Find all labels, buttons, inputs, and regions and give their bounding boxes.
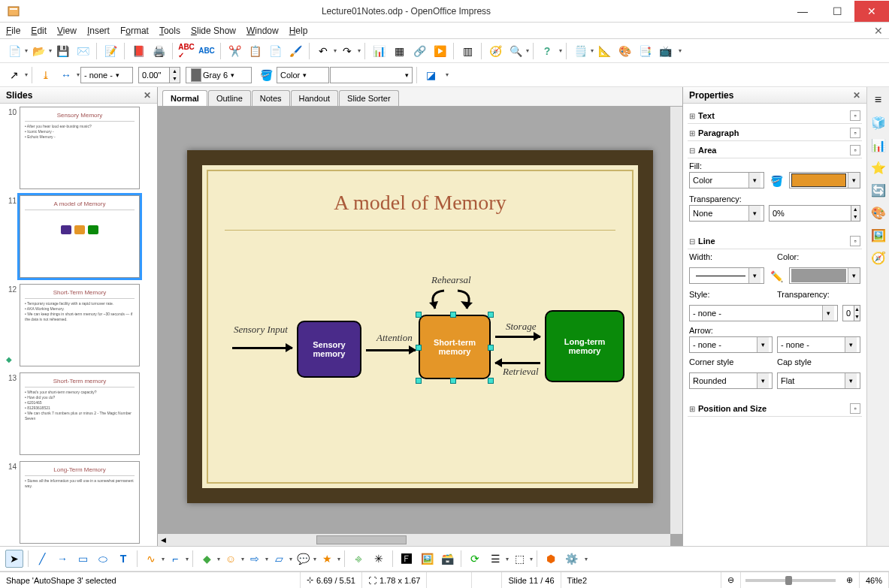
custom-animation-icon[interactable]: ⭐ xyxy=(870,159,887,176)
zoom-value[interactable]: 46% xyxy=(860,572,889,588)
points-tool[interactable]: ⎆ xyxy=(349,550,367,568)
slide-title[interactable]: A model of Memory xyxy=(225,191,615,231)
zoom-out-button[interactable]: ⊖ xyxy=(721,572,741,588)
section-position-size[interactable]: ⊞ Position and Size ▫ xyxy=(688,401,862,417)
section-options-icon[interactable]: ▫ xyxy=(850,236,860,246)
section-text[interactable]: ⊞ Text ▫ xyxy=(688,108,862,124)
view-tab-outline[interactable]: Outline xyxy=(208,90,251,106)
dropdown-icon[interactable]: ▾ xyxy=(25,47,28,54)
menu-format[interactable]: Format xyxy=(120,26,149,36)
view-tab-notes[interactable]: Notes xyxy=(252,90,290,106)
slide-thumbnail[interactable]: A model of Memory xyxy=(20,195,140,278)
zoom-slider[interactable] xyxy=(745,579,836,582)
insert-slide-button[interactable]: 🗒️ xyxy=(571,42,589,60)
menu-edit[interactable]: Edit xyxy=(31,26,47,36)
arrow-start-select[interactable]: - none -▾ xyxy=(689,336,773,353)
fill-bucket-button[interactable]: 🪣 xyxy=(257,66,275,84)
copy-button[interactable]: 📋 xyxy=(246,42,264,60)
selection-handle[interactable] xyxy=(450,312,456,318)
stars-tool[interactable]: ★ xyxy=(318,550,336,568)
menu-tools[interactable]: Tools xyxy=(159,26,180,36)
expand-slide-button[interactable]: 📺 xyxy=(656,42,674,60)
dropdown-icon[interactable]: ▾ xyxy=(526,47,529,54)
line-width-input[interactable] xyxy=(139,71,169,80)
export-pdf-button[interactable]: 📕 xyxy=(129,42,147,60)
selection-handle[interactable] xyxy=(488,345,494,351)
slide-thumb-row[interactable]: 13Short-Term memory• What's your short-t… xyxy=(5,372,153,455)
view-tab-handout[interactable]: Handout xyxy=(291,90,339,106)
zoom-button[interactable]: 🔍 xyxy=(506,42,525,60)
toolbar-more-icon[interactable]: ▾ xyxy=(585,556,588,562)
pencil-icon[interactable]: ✏️ xyxy=(770,267,784,285)
line-style-select[interactable]: - none -▾ xyxy=(80,67,133,83)
section-options-icon[interactable]: ▫ xyxy=(850,110,860,121)
fill-bucket-icon[interactable]: 🪣 xyxy=(770,172,784,190)
section-options-icon[interactable]: ▫ xyxy=(850,403,860,414)
symbol-shapes-tool[interactable]: ☺ xyxy=(222,550,240,568)
menu-slideshow[interactable]: Slide Show xyxy=(191,26,236,36)
vertical-scrollbar[interactable] xyxy=(670,107,682,534)
line-endpoint-button[interactable]: ⤓ xyxy=(37,66,55,84)
grid-button[interactable]: ▥ xyxy=(458,42,476,60)
save-button[interactable]: 💾 xyxy=(53,42,71,60)
slide-layout-button[interactable]: 📐 xyxy=(595,42,613,60)
zoom-in-button[interactable]: ⊕ xyxy=(840,572,860,588)
open-button[interactable]: 📂 xyxy=(29,42,47,60)
slide-thumbnail[interactable]: Long-Term Memory• Stores all the informa… xyxy=(20,461,140,544)
slide-canvas[interactable]: A model of Memory Sensory Input Sensory … xyxy=(187,150,653,503)
dropdown-icon[interactable]: ▾ xyxy=(358,47,361,54)
slide-thumb-row[interactable]: 11A model of Memory xyxy=(5,195,153,278)
help-button[interactable]: ? xyxy=(538,42,556,60)
styles-icon[interactable]: 🎨 xyxy=(870,204,887,221)
arrow-retrieval[interactable] xyxy=(495,362,540,364)
shadow-button[interactable]: ◪ xyxy=(422,66,440,84)
line-width-select[interactable]: ▾ xyxy=(689,267,764,284)
close-button[interactable]: ✕ xyxy=(854,1,889,22)
arrow-storage[interactable] xyxy=(495,336,540,338)
slide-thumb-row[interactable]: 14Long-Term Memory• Stores all the infor… xyxy=(5,461,153,544)
arrow-style-button[interactable]: ↗ xyxy=(5,66,23,84)
line-width-spinner[interactable]: ▲▼ xyxy=(138,67,180,83)
box-long-term-memory[interactable]: Long-term memory xyxy=(545,310,624,382)
slide-thumb-row[interactable]: ◆12Short-Term Memory• Temporary storage … xyxy=(5,284,153,366)
glue-points-tool[interactable]: ✳ xyxy=(370,550,388,568)
gallery-icon[interactable]: 🖼️ xyxy=(870,227,887,243)
duplicate-slide-button[interactable]: 📑 xyxy=(636,42,654,60)
canvas-area[interactable]: A model of Memory Sensory Input Sensory … xyxy=(158,107,682,546)
gallery-tool[interactable]: 🗃️ xyxy=(438,550,456,568)
callouts-tool[interactable]: 💬 xyxy=(294,550,312,568)
text-tool[interactable]: T xyxy=(114,550,132,568)
close-icon[interactable]: ✕ xyxy=(144,90,151,101)
slides-list[interactable]: 10Sensory Memory• After you hear loud ea… xyxy=(0,104,157,546)
spinner-up-icon[interactable]: ▲ xyxy=(169,68,180,75)
maximize-button[interactable]: ☐ xyxy=(820,1,854,22)
dropdown-icon[interactable]: ▾ xyxy=(591,47,594,54)
master-pages-icon[interactable]: 📊 xyxy=(870,137,887,153)
format-paintbrush-button[interactable]: 🖌️ xyxy=(286,42,304,60)
fill-color-select[interactable]: ▾ xyxy=(789,172,860,188)
interaction-tool[interactable]: ⚙️ xyxy=(562,550,580,568)
minimize-button[interactable]: — xyxy=(785,1,820,22)
toolbar-more-icon[interactable]: ▾ xyxy=(446,71,449,78)
rectangle-tool[interactable]: ▭ xyxy=(74,550,92,568)
select-tool[interactable]: ➤ xyxy=(5,550,23,568)
rotate-tool[interactable]: ⟳ xyxy=(466,550,484,568)
slide-thumb-row[interactable]: 10Sensory Memory• After you hear loud ea… xyxy=(5,107,153,189)
slide-thumbnail[interactable]: Short-Term memory• What's your short-ter… xyxy=(20,372,140,455)
slideshow-button[interactable]: ▶️ xyxy=(431,42,449,60)
selection-handle[interactable] xyxy=(488,312,494,318)
menu-help[interactable]: Help xyxy=(289,26,308,36)
flowcharts-tool[interactable]: ▱ xyxy=(270,550,288,568)
fontwork-tool[interactable]: 🅵 xyxy=(398,550,416,568)
connector-tool[interactable]: ⌐ xyxy=(166,550,184,568)
view-tab-slide-sorter[interactable]: Slide Sorter xyxy=(339,90,398,106)
arrow-end-select[interactable]: - none -▾ xyxy=(777,336,860,353)
box-short-term-memory[interactable]: Short-term memory xyxy=(419,315,491,379)
selection-handle[interactable] xyxy=(416,345,422,351)
spinner-down-icon[interactable]: ▼ xyxy=(169,75,180,83)
from-file-tool[interactable]: 🖼️ xyxy=(418,550,436,568)
selection-handle[interactable] xyxy=(450,378,456,384)
arrange-tool[interactable]: ⬚ xyxy=(510,550,528,568)
table-button[interactable]: ▦ xyxy=(390,42,408,60)
line-color-select[interactable]: Gray 6▾ xyxy=(186,67,252,83)
